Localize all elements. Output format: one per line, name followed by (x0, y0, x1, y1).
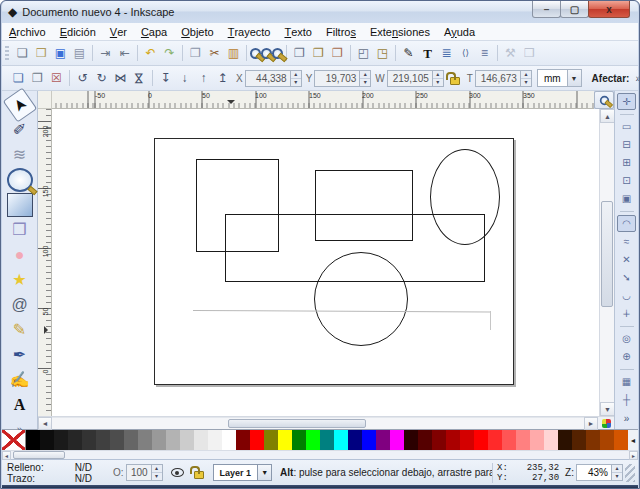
palette-swatch[interactable] (236, 430, 250, 450)
align-dialog-button[interactable]: ≡ (475, 44, 494, 63)
title-bar[interactable]: ◆ Documento nuevo 4 - Inkscape – ▢ x (2, 1, 638, 23)
vertical-scrollbar[interactable]: ▲ ▼ (599, 109, 614, 416)
menu-extensiones[interactable]: Extensiones (363, 23, 437, 40)
menu-objeto[interactable]: Objeto (174, 23, 220, 40)
vertical-scrollbar-thumb[interactable] (601, 201, 613, 307)
raise-button[interactable]: ↑ (194, 69, 213, 88)
palette-swatch[interactable] (516, 430, 530, 450)
palette-swatch[interactable] (124, 430, 138, 450)
palette-swatch[interactable] (152, 430, 166, 450)
drawing-ellipse[interactable] (314, 252, 408, 346)
window-resize-grip[interactable] (625, 464, 635, 482)
color-management-toggle[interactable] (598, 417, 614, 429)
document-properties-button[interactable]: ❒ (520, 44, 539, 63)
layer-dropdown[interactable]: Layer 1 ▼ (213, 464, 273, 481)
snap-smooth-nodes-toggle[interactable]: ◡ (617, 287, 636, 304)
horizontal-scrollbar[interactable]: ◄ ► (38, 416, 614, 429)
palette-swatch[interactable] (194, 430, 208, 450)
snap-object-centers-toggle[interactable]: ◎ (617, 330, 636, 347)
width-field[interactable]: 219,105 (387, 70, 433, 87)
group-button[interactable]: ◰ (354, 44, 373, 63)
snap-path-intersections-toggle[interactable]: ✕ (617, 251, 636, 268)
page[interactable] (154, 138, 514, 385)
save-document-button[interactable]: ▣ (51, 44, 70, 63)
box3d-tool[interactable]: ❒ (7, 218, 33, 242)
palette-swatch[interactable] (502, 430, 516, 450)
no-color-swatch[interactable] (2, 430, 26, 450)
calligraphy-tool[interactable]: ✍ (7, 368, 33, 392)
fill-stroke-indicator[interactable]: Relleno: N/D Trazo: N/D (5, 462, 109, 484)
scroll-up-button[interactable]: ▲ (600, 109, 615, 123)
palette-swatch[interactable] (264, 430, 278, 450)
palette-swatch[interactable] (362, 430, 376, 450)
palette-swatch[interactable] (250, 430, 264, 450)
width-spinner[interactable] (433, 70, 444, 87)
undo-button[interactable]: ↶ (141, 44, 160, 63)
horizontal-scrollbar-track[interactable] (52, 417, 584, 429)
palette-swatch[interactable] (600, 430, 614, 450)
palette-swatch[interactable] (488, 430, 502, 450)
palette-swatch[interactable] (138, 430, 152, 450)
opacity-field[interactable]: 100 (126, 464, 152, 481)
tweak-tool[interactable]: ≋ (7, 143, 33, 167)
menu-trayecto[interactable]: Trayecto (221, 23, 278, 40)
palette-swatch[interactable] (418, 430, 432, 450)
snap-rotation-center-toggle[interactable]: ⊕ (617, 348, 636, 365)
snap-bounding-box-toggle[interactable]: ▭ (617, 118, 636, 135)
pencil-tool[interactable]: ✎ (7, 318, 33, 342)
opacity-spinner[interactable] (152, 464, 163, 481)
palette-swatch[interactable] (376, 430, 390, 450)
palette-swatch[interactable] (68, 430, 82, 450)
scroll-right-button[interactable]: ► (584, 417, 598, 430)
new-document-button[interactable]: ❏ (13, 44, 32, 63)
palette-scroll-arrow-icon[interactable]: ◄ (628, 430, 638, 450)
rectangle-tool[interactable] (7, 193, 33, 217)
canvas[interactable] (52, 109, 599, 416)
toolbar-overflow-button[interactable]: » (633, 71, 640, 86)
snap-bbox-corners-toggle[interactable]: ⊞ (617, 154, 636, 171)
snap-bbox-centers-toggle[interactable]: ▣ (617, 190, 636, 207)
layer-visibility-eye-icon[interactable] (171, 468, 184, 477)
node-tool[interactable]: ✐ (7, 118, 33, 142)
x-field[interactable]: 44,338 (245, 70, 291, 87)
snap-midpoints-toggle[interactable]: ∔ (617, 305, 636, 322)
palette-swatch[interactable] (348, 430, 362, 450)
palette-scrollbar-thumb[interactable] (13, 451, 65, 459)
xml-editor-button[interactable]: ⟨⟩ (456, 44, 475, 63)
palette-swatch[interactable] (460, 430, 474, 450)
palette-scroll-right-button[interactable]: ► (629, 451, 638, 460)
ellipse-tool[interactable]: ● (7, 243, 33, 267)
menu-ayuda[interactable]: Ayuda (437, 23, 482, 40)
palette-swatch[interactable] (586, 430, 600, 450)
menu-filtros[interactable]: Filtros (319, 23, 363, 40)
raise-to-top-button[interactable]: ↥ (213, 69, 232, 88)
palette-swatch[interactable] (208, 430, 222, 450)
palette-scrollbar-track[interactable] (11, 451, 629, 459)
vertical-ruler[interactable]: 200150100500 (38, 109, 52, 416)
menu-edición[interactable]: Edición (53, 23, 103, 40)
palette-swatch[interactable] (54, 430, 68, 450)
open-document-button[interactable]: ❒ (32, 44, 51, 63)
snap-master-toggle[interactable]: ✛ (617, 93, 636, 110)
snap-page-border-toggle[interactable]: ▦ (617, 373, 636, 390)
rotate-cw-button[interactable]: ↻ (92, 69, 111, 88)
menu-texto[interactable]: Texto (277, 23, 319, 40)
height-spinner[interactable] (521, 70, 532, 87)
palette-swatch[interactable] (306, 430, 320, 450)
units-dropdown[interactable]: mm ▼ (537, 69, 582, 87)
deselect-button[interactable]: ☒ (47, 69, 66, 88)
minimize-button[interactable]: – (532, 1, 561, 18)
cut-button[interactable]: ✂ (205, 44, 224, 63)
palette-swatch[interactable] (572, 430, 586, 450)
layer-lock-icon[interactable] (194, 471, 204, 479)
height-field[interactable]: 146,673 (475, 70, 521, 87)
scroll-down-button[interactable]: ▼ (600, 402, 615, 416)
lower-button[interactable]: ↓ (175, 69, 194, 88)
y-field[interactable]: 19,703 (314, 70, 360, 87)
zoom-page-button[interactable] (272, 48, 283, 59)
paste-button[interactable]: ▥ (224, 44, 243, 63)
palette-swatch[interactable] (334, 430, 348, 450)
sticky-zoom-button[interactable] (594, 91, 614, 109)
snap-toolbar-overflow-button[interactable]: » (622, 411, 632, 426)
copy-button[interactable]: ❐ (186, 44, 205, 63)
